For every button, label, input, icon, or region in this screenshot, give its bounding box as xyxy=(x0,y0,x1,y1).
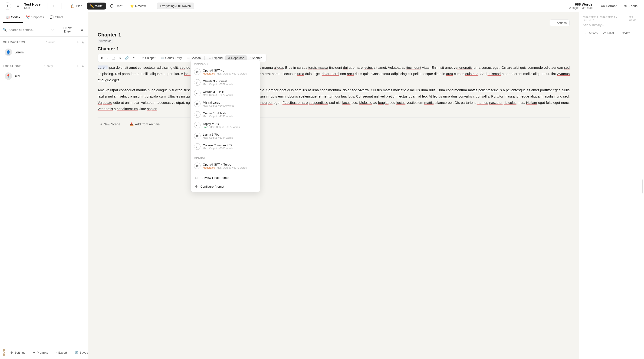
sidebar-tab-snippets[interactable]: ✂️ Snippets xyxy=(23,12,46,23)
claude-haiku-info: Claude 3 - Haiku Max. Output: ~3072 word… xyxy=(203,90,257,96)
shorten-icon: ↑ xyxy=(250,56,251,60)
configure-prompt-action[interactable]: ⚙ Configure Prompt xyxy=(191,182,260,191)
ai-model-claude3-sonnet[interactable]: ⇄ Claude 3 - Sonnet Max. Output: ~3072 w… xyxy=(191,77,260,88)
actions-menu-button[interactable]: ⋯ Actions xyxy=(550,19,570,26)
new-scene-icon: + xyxy=(100,122,102,126)
mistral-icon: ⇄ xyxy=(194,100,200,107)
cohere-info: Cohere Command-R+ Max. Output: ~3000 wor… xyxy=(203,143,257,150)
app-title: Test Novel Kate xyxy=(24,2,42,9)
character-lorem[interactable]: 👤 Lorem xyxy=(3,47,85,58)
character-avatar-lorem: 👤 xyxy=(5,48,12,56)
back-button[interactable] xyxy=(4,2,11,10)
sidebar: 📖 Codex ✂️ Snippets 💬 Chats 🔍 ▽ + New En… xyxy=(0,12,88,359)
search-input[interactable] xyxy=(8,28,48,31)
settings-gear-button[interactable] xyxy=(14,2,21,10)
scene-info-label: CHAPTER 1: CHAPTER 1 - SCENE 1 xyxy=(583,16,627,21)
llama-icon: ⇄ xyxy=(194,133,200,139)
right-panel: CHAPTER 1: CHAPTER 1 - SCENE 1 – 229 Wor… xyxy=(579,12,644,359)
locations-add-button[interactable]: + xyxy=(76,63,80,69)
claude-sonnet-icon: ⇄ xyxy=(194,79,200,86)
scrollbar-thumb[interactable] xyxy=(642,179,643,193)
plan-icon: 📋 xyxy=(71,4,74,8)
chat-icon: 💬 xyxy=(110,4,114,8)
format-icon: Aa xyxy=(601,4,605,8)
app-subtitle: Kate xyxy=(24,6,42,9)
nav-write[interactable]: ✏️ Write xyxy=(87,2,106,9)
main-area: 📖 Codex ✂️ Snippets 💬 Chats 🔍 ▽ + New En… xyxy=(0,12,644,359)
characters-add-button[interactable]: + xyxy=(76,39,80,45)
new-scene-button[interactable]: + New Scene xyxy=(98,120,123,128)
sidebar-search-bar: 🔍 ▽ + New Entry ⚙ xyxy=(0,23,88,37)
prompts-icon: ✦ xyxy=(33,351,35,354)
nav-plan[interactable]: 📋 Plan xyxy=(67,2,86,9)
nav-review[interactable]: ⭐ Review xyxy=(126,2,149,9)
ai-model-gpt4-turbo[interactable]: ⇄ OpenAI GPT-4 Turbo Moderated Max. Outp… xyxy=(191,160,260,171)
link-button[interactable]: 🔗 xyxy=(123,55,130,61)
underline-button[interactable]: U xyxy=(110,55,116,61)
add-archive-button[interactable]: 📥 Add from Archive xyxy=(127,120,163,128)
filter-button[interactable]: ▽ xyxy=(50,27,56,32)
scene-actions-icon: ⋯ xyxy=(585,31,588,35)
character-name-lorem: Lorem xyxy=(14,50,24,54)
codex-entry-icon: 📖 xyxy=(160,56,164,60)
collapse-sidebar-button[interactable]: ⇤ xyxy=(51,3,58,9)
rephrase-icon: ↺ xyxy=(228,56,230,60)
sidebar-spacer xyxy=(0,84,88,346)
preview-prompt-icon: □ xyxy=(194,175,199,180)
toppy-info: Toppy M 7B Free Max. Output: ~3072 words xyxy=(203,122,257,128)
scene-codex-add-button[interactable]: + Codex xyxy=(618,30,632,36)
locations-collapse-button[interactable]: ∧ xyxy=(80,63,85,69)
scene-actions-button[interactable]: ⋯ Actions xyxy=(583,30,600,36)
ai-model-gemini[interactable]: ⇄ Gemini 1.5 Flash Max. Output: ~2150 wo… xyxy=(191,109,260,120)
focus-icon: 👁 xyxy=(624,4,627,8)
italic-button[interactable]: I xyxy=(106,55,110,61)
llama-info: Llama 3 70b Max. Output: ~6144 words xyxy=(203,133,257,139)
format-button[interactable]: Aa Format xyxy=(598,2,619,9)
sidebar-tab-chats[interactable]: 💬 Chats xyxy=(47,12,66,23)
scene-summary[interactable]: Add summary... xyxy=(583,23,640,27)
codex-entry-button[interactable]: 📖 Codex Entry xyxy=(158,55,184,61)
sidebar-export-nav[interactable]: ↑ Export xyxy=(53,349,70,356)
bold-button[interactable]: B xyxy=(99,55,105,61)
bottom-editor-actions: + New Scene 📥 Add from Archive xyxy=(98,117,570,128)
quote-button[interactable]: ❝ xyxy=(131,55,136,61)
ai-model-llama[interactable]: ⇄ Llama 3 70b Max. Output: ~6144 words xyxy=(191,130,260,141)
focus-button[interactable]: 👁 Focus xyxy=(621,2,640,9)
gpt4-turbo-info: OpenAI GPT-4 Turbo Moderated Max. Output… xyxy=(203,163,257,169)
ai-model-toppy[interactable]: ⇄ Toppy M 7B Free Max. Output: ~3072 wor… xyxy=(191,120,260,130)
nav-chat[interactable]: 💬 Chat xyxy=(107,2,126,9)
preview-prompt-action[interactable]: □ Preview Final Prompt xyxy=(191,173,260,182)
location-sed[interactable]: 📍 sed xyxy=(3,71,85,82)
editor-content[interactable]: Lorem ipsu dolor sit amet consectetur ad… xyxy=(98,64,570,112)
sidebar-tabs: 📖 Codex ✂️ Snippets 💬 Chats xyxy=(0,12,88,23)
archive-icon: 📥 xyxy=(130,122,134,126)
toppy-icon: ⇄ xyxy=(194,122,200,128)
new-entry-button[interactable]: + New Entry xyxy=(58,25,77,34)
novel-scope-button[interactable]: Everything (Full Novel) xyxy=(157,2,194,9)
word-count-display: 688 Words 2 pages – 3m read xyxy=(569,2,592,9)
locations-section: Locations 1 entry + ∧ 📍 sed xyxy=(0,61,88,84)
strikethrough-button[interactable]: S xyxy=(117,55,123,61)
scene-label-button[interactable]: 🏷 Label xyxy=(601,30,616,36)
snippet-button[interactable]: ✂ Snippet xyxy=(140,55,158,61)
ai-model-gpt4o[interactable]: ⇄ OpenAI GPT-4o Moderated Max. Output: ~… xyxy=(191,66,260,77)
sidebar-settings-button[interactable]: ⚙ xyxy=(79,27,85,32)
sidebar-saved-nav[interactable]: 🔄 Saved xyxy=(72,349,90,356)
ai-model-claude3-haiku[interactable]: ⇄ Claude 3 - Haiku Max. Output: ~3072 wo… xyxy=(191,88,260,98)
characters-collapse-button[interactable]: ∧ xyxy=(80,39,85,45)
topbar: Test Novel Kate ⇤ 📋 Plan ✏️ Write 💬 Chat… xyxy=(0,0,644,12)
ai-model-cohere[interactable]: ⇄ Cohere Command-R+ Max. Output: ~3000 w… xyxy=(191,141,260,152)
app-title-main: Test Novel xyxy=(24,2,42,6)
location-avatar-sed: 📍 xyxy=(5,72,12,80)
sidebar-prompts-nav[interactable]: ✦ Prompts xyxy=(30,349,50,356)
actions-row: ⋯ Actions xyxy=(98,19,570,29)
user-avatar: K xyxy=(3,349,5,356)
characters-count: 1 entry xyxy=(46,41,54,44)
characters-actions: + ∧ xyxy=(76,39,85,45)
sidebar-tab-codex[interactable]: 📖 Codex xyxy=(3,12,23,23)
settings-icon: ⚙ xyxy=(10,351,13,354)
sidebar-settings-nav[interactable]: ⚙ Settings xyxy=(8,349,28,356)
gemini-info: Gemini 1.5 Flash Max. Output: ~2150 word… xyxy=(203,111,257,118)
topbar-divider-3 xyxy=(153,3,153,9)
ai-model-mistral[interactable]: ⇄ Mistral Large Max. Output: ~24000 word… xyxy=(191,98,260,109)
